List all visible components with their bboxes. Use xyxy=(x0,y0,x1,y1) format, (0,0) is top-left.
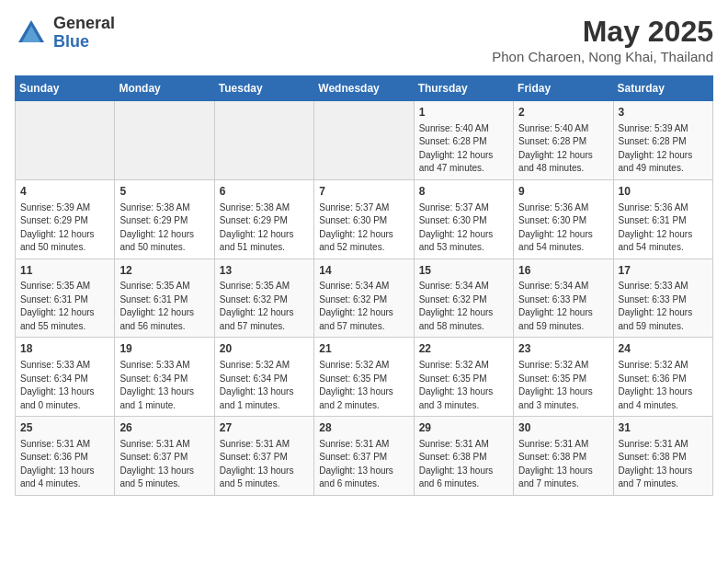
week-row-2: 4Sunrise: 5:39 AM Sunset: 6:29 PM Daylig… xyxy=(16,179,713,259)
day-cell: 27Sunrise: 5:31 AM Sunset: 6:37 PM Dayli… xyxy=(214,417,313,496)
day-number: 10 xyxy=(619,184,708,200)
day-number: 22 xyxy=(419,341,508,357)
day-number: 30 xyxy=(518,420,608,436)
day-info: Sunrise: 5:31 AM Sunset: 6:38 PM Dayligh… xyxy=(419,438,508,491)
header-saturday: Saturday xyxy=(613,76,712,101)
day-cell: 4Sunrise: 5:39 AM Sunset: 6:29 PM Daylig… xyxy=(16,179,115,259)
day-number: 19 xyxy=(119,341,209,357)
day-cell: 2Sunrise: 5:40 AM Sunset: 6:28 PM Daylig… xyxy=(514,101,613,180)
day-cell: 5Sunrise: 5:38 AM Sunset: 6:29 PM Daylig… xyxy=(115,179,214,259)
day-number: 25 xyxy=(20,420,109,436)
day-cell: 17Sunrise: 5:33 AM Sunset: 6:33 PM Dayli… xyxy=(613,259,712,338)
day-info: Sunrise: 5:31 AM Sunset: 6:36 PM Dayligh… xyxy=(20,438,109,491)
day-cell: 15Sunrise: 5:34 AM Sunset: 6:32 PM Dayli… xyxy=(414,259,513,338)
day-info: Sunrise: 5:34 AM Sunset: 6:32 PM Dayligh… xyxy=(319,280,408,333)
logo-general-text: General xyxy=(53,15,115,33)
day-cell: 19Sunrise: 5:33 AM Sunset: 6:34 PM Dayli… xyxy=(115,338,214,417)
day-info: Sunrise: 5:34 AM Sunset: 6:32 PM Dayligh… xyxy=(419,280,508,333)
day-number: 12 xyxy=(119,263,209,279)
day-cell: 18Sunrise: 5:33 AM Sunset: 6:34 PM Dayli… xyxy=(16,338,115,417)
day-cell: 24Sunrise: 5:32 AM Sunset: 6:36 PM Dayli… xyxy=(613,338,712,417)
day-info: Sunrise: 5:31 AM Sunset: 6:37 PM Dayligh… xyxy=(119,438,209,491)
header-friday: Friday xyxy=(514,76,613,101)
day-number: 4 xyxy=(20,184,109,200)
day-info: Sunrise: 5:40 AM Sunset: 6:28 PM Dayligh… xyxy=(518,122,608,176)
calendar-table: SundayMondayTuesdayWednesdayThursdayFrid… xyxy=(15,75,713,496)
day-info: Sunrise: 5:31 AM Sunset: 6:38 PM Dayligh… xyxy=(619,438,708,491)
day-cell: 12Sunrise: 5:35 AM Sunset: 6:31 PM Dayli… xyxy=(115,259,214,338)
day-number: 8 xyxy=(419,184,508,200)
day-number: 29 xyxy=(419,420,508,436)
day-cell: 1Sunrise: 5:40 AM Sunset: 6:28 PM Daylig… xyxy=(414,101,513,180)
day-number: 26 xyxy=(119,420,209,436)
day-cell: 30Sunrise: 5:31 AM Sunset: 6:38 PM Dayli… xyxy=(514,417,613,496)
day-cell: 22Sunrise: 5:32 AM Sunset: 6:35 PM Dayli… xyxy=(414,338,513,417)
day-cell: 31Sunrise: 5:31 AM Sunset: 6:38 PM Dayli… xyxy=(613,417,712,496)
week-row-1: 1Sunrise: 5:40 AM Sunset: 6:28 PM Daylig… xyxy=(16,101,713,180)
day-number: 11 xyxy=(20,263,109,279)
page-header: General Blue May 2025 Phon Charoen, Nong… xyxy=(15,15,713,64)
day-info: Sunrise: 5:32 AM Sunset: 6:35 PM Dayligh… xyxy=(319,359,408,412)
calendar-subtitle: Phon Charoen, Nong Khai, Thailand xyxy=(492,49,713,64)
day-info: Sunrise: 5:31 AM Sunset: 6:37 PM Dayligh… xyxy=(220,438,309,491)
day-info: Sunrise: 5:32 AM Sunset: 6:34 PM Dayligh… xyxy=(220,359,309,412)
header-monday: Monday xyxy=(115,76,214,101)
header-sunday: Sunday xyxy=(16,76,115,101)
day-cell: 3Sunrise: 5:39 AM Sunset: 6:28 PM Daylig… xyxy=(613,101,712,180)
day-info: Sunrise: 5:31 AM Sunset: 6:37 PM Dayligh… xyxy=(319,438,408,491)
day-cell: 7Sunrise: 5:37 AM Sunset: 6:30 PM Daylig… xyxy=(314,179,414,259)
day-number: 24 xyxy=(619,341,708,357)
day-cell xyxy=(314,101,414,180)
week-row-4: 18Sunrise: 5:33 AM Sunset: 6:34 PM Dayli… xyxy=(16,338,713,417)
calendar-header: SundayMondayTuesdayWednesdayThursdayFrid… xyxy=(16,76,713,101)
week-row-5: 25Sunrise: 5:31 AM Sunset: 6:36 PM Dayli… xyxy=(16,417,713,496)
day-number: 21 xyxy=(319,341,408,357)
day-cell: 8Sunrise: 5:37 AM Sunset: 6:30 PM Daylig… xyxy=(414,179,513,259)
day-info: Sunrise: 5:36 AM Sunset: 6:31 PM Dayligh… xyxy=(619,201,708,255)
calendar-title: May 2025 xyxy=(492,15,713,49)
day-cell: 25Sunrise: 5:31 AM Sunset: 6:36 PM Dayli… xyxy=(16,417,115,496)
day-cell: 28Sunrise: 5:31 AM Sunset: 6:37 PM Dayli… xyxy=(314,417,414,496)
day-number: 9 xyxy=(518,184,608,200)
day-cell: 29Sunrise: 5:31 AM Sunset: 6:38 PM Dayli… xyxy=(414,417,513,496)
day-number: 6 xyxy=(220,184,309,200)
day-info: Sunrise: 5:37 AM Sunset: 6:30 PM Dayligh… xyxy=(419,201,508,255)
day-number: 1 xyxy=(419,105,508,121)
day-info: Sunrise: 5:35 AM Sunset: 6:32 PM Dayligh… xyxy=(220,280,309,333)
header-wednesday: Wednesday xyxy=(314,76,414,101)
day-info: Sunrise: 5:34 AM Sunset: 6:33 PM Dayligh… xyxy=(518,280,608,333)
day-cell: 10Sunrise: 5:36 AM Sunset: 6:31 PM Dayli… xyxy=(613,179,712,259)
day-cell xyxy=(214,101,313,180)
header-row: SundayMondayTuesdayWednesdayThursdayFrid… xyxy=(16,76,713,101)
day-number: 5 xyxy=(119,184,209,200)
header-thursday: Thursday xyxy=(414,76,513,101)
day-cell: 9Sunrise: 5:36 AM Sunset: 6:30 PM Daylig… xyxy=(514,179,613,259)
week-row-3: 11Sunrise: 5:35 AM Sunset: 6:31 PM Dayli… xyxy=(16,259,713,338)
day-info: Sunrise: 5:36 AM Sunset: 6:30 PM Dayligh… xyxy=(518,201,608,255)
header-tuesday: Tuesday xyxy=(214,76,313,101)
day-info: Sunrise: 5:31 AM Sunset: 6:38 PM Dayligh… xyxy=(518,438,608,491)
day-number: 7 xyxy=(319,184,408,200)
day-info: Sunrise: 5:35 AM Sunset: 6:31 PM Dayligh… xyxy=(20,280,109,333)
day-info: Sunrise: 5:33 AM Sunset: 6:33 PM Dayligh… xyxy=(619,280,708,333)
day-cell: 13Sunrise: 5:35 AM Sunset: 6:32 PM Dayli… xyxy=(214,259,313,338)
day-cell: 23Sunrise: 5:32 AM Sunset: 6:35 PM Dayli… xyxy=(514,338,613,417)
day-cell: 11Sunrise: 5:35 AM Sunset: 6:31 PM Dayli… xyxy=(16,259,115,338)
day-info: Sunrise: 5:40 AM Sunset: 6:28 PM Dayligh… xyxy=(419,122,508,176)
day-number: 18 xyxy=(20,341,109,357)
day-info: Sunrise: 5:38 AM Sunset: 6:29 PM Dayligh… xyxy=(119,201,209,255)
day-number: 17 xyxy=(619,263,708,279)
day-cell xyxy=(16,101,115,180)
day-cell xyxy=(115,101,214,180)
day-number: 3 xyxy=(619,105,708,121)
day-info: Sunrise: 5:33 AM Sunset: 6:34 PM Dayligh… xyxy=(119,359,209,412)
day-number: 20 xyxy=(220,341,309,357)
logo-text: General Blue xyxy=(53,15,115,52)
day-number: 16 xyxy=(518,263,608,279)
logo-blue-text: Blue xyxy=(53,33,115,52)
day-info: Sunrise: 5:35 AM Sunset: 6:31 PM Dayligh… xyxy=(119,280,209,333)
logo: General Blue xyxy=(15,15,115,52)
day-info: Sunrise: 5:38 AM Sunset: 6:29 PM Dayligh… xyxy=(220,201,309,255)
day-cell: 21Sunrise: 5:32 AM Sunset: 6:35 PM Dayli… xyxy=(314,338,414,417)
title-block: May 2025 Phon Charoen, Nong Khai, Thaila… xyxy=(492,15,713,64)
